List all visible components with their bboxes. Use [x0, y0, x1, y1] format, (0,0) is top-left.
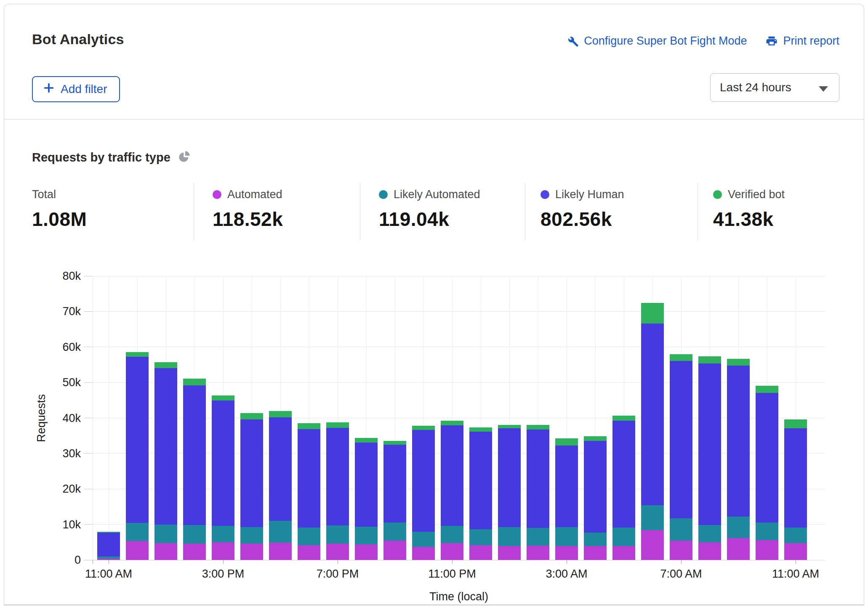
- bar-hour-14[interactable]: [498, 425, 521, 560]
- bar-hour-18[interactable]: [612, 416, 635, 560]
- x-tick-5: [681, 560, 682, 564]
- bar-segment-likely-automated: [240, 527, 263, 544]
- y-tick-label-20k: 20k: [51, 483, 81, 495]
- verified-bot-legend-dot: [713, 190, 722, 199]
- bar-segment-likely-human: [240, 419, 263, 527]
- x-tick-1: [223, 560, 224, 564]
- x-tick-3: [452, 560, 453, 564]
- bar-hour-4[interactable]: [212, 395, 234, 560]
- stat-likely-automated-value: 119.04k: [379, 208, 525, 231]
- bar-hour-0[interactable]: [97, 532, 120, 560]
- stats-row: Total 1.08M Automated 118.52k Likely Aut…: [32, 183, 839, 241]
- chevron-down-icon: [819, 86, 828, 92]
- bar-segment-likely-automated: [784, 528, 807, 543]
- bar-hour-9[interactable]: [355, 438, 378, 560]
- bar-segment-automated: [212, 542, 234, 560]
- bar-segment-automated: [183, 544, 206, 560]
- bar-segment-verified-bot: [183, 379, 206, 385]
- bar-segment-automated: [298, 545, 320, 560]
- bar-segment-automated: [756, 540, 778, 560]
- bar-segment-likely-automated: [97, 557, 120, 559]
- card-header: Bot Analytics Configure Super Bot Fight …: [4, 4, 864, 119]
- x-tick-label-3: 11:00 PM: [410, 568, 494, 581]
- section-title: Requests by traffic type: [32, 151, 170, 164]
- bar-hour-6[interactable]: [269, 411, 292, 560]
- stat-likely-human: Likely Human 802.56k: [525, 183, 698, 241]
- pie-chart-icon: [178, 151, 190, 164]
- bar-segment-likely-human: [441, 425, 463, 526]
- bar-hour-10[interactable]: [383, 441, 406, 560]
- bar-segment-likely-human: [756, 393, 778, 522]
- x-tick-4: [567, 560, 567, 564]
- bar-hour-1[interactable]: [126, 352, 149, 560]
- x-tick-label-1: 3:00 PM: [181, 568, 265, 581]
- bar-segment-likely-automated: [527, 528, 549, 546]
- stat-likely-automated: Likely Automated 119.04k: [360, 183, 525, 241]
- bar-hour-17[interactable]: [584, 436, 607, 560]
- time-range-value: Last 24 hours: [711, 81, 791, 94]
- time-range-select[interactable]: Last 24 hours: [710, 73, 839, 102]
- bar-segment-verified-bot: [469, 427, 492, 432]
- add-filter-button[interactable]: Add filter: [32, 76, 120, 102]
- bar-segment-automated: [469, 545, 492, 560]
- configure-link-label: Configure Super Bot Fight Mode: [584, 34, 747, 48]
- bar-segment-verified-bot: [298, 423, 320, 429]
- x-tick-label-2: 7:00 PM: [296, 568, 380, 581]
- bar-segment-likely-automated: [641, 505, 664, 530]
- bar-hour-11[interactable]: [412, 426, 435, 560]
- add-filter-label: Add filter: [61, 82, 107, 96]
- bar-hour-8[interactable]: [326, 422, 349, 560]
- gridline-70k: [93, 311, 825, 312]
- stat-likely-human-value: 802.56k: [541, 208, 698, 231]
- bar-segment-automated: [355, 544, 378, 560]
- y-tick-70k: [84, 311, 93, 312]
- y-tick-label-80k: 80k: [51, 271, 81, 282]
- bar-hour-12[interactable]: [441, 421, 463, 560]
- bar-segment-likely-human: [412, 430, 435, 532]
- bar-hour-24[interactable]: [784, 419, 807, 560]
- plus-icon: [43, 82, 55, 97]
- bar-segment-automated: [612, 546, 635, 560]
- bar-hour-23[interactable]: [756, 386, 778, 560]
- wrench-icon: [566, 35, 579, 48]
- bar-hour-15[interactable]: [527, 425, 549, 560]
- bar-segment-likely-automated: [469, 529, 492, 546]
- print-report-link[interactable]: Print report: [765, 34, 839, 48]
- bar-segment-verified-bot: [527, 425, 549, 429]
- bar-segment-likely-automated: [126, 523, 149, 541]
- bar-hour-22[interactable]: [727, 359, 750, 560]
- bar-hour-13[interactable]: [469, 427, 492, 560]
- bar-hour-16[interactable]: [555, 438, 578, 560]
- bar-segment-likely-human: [298, 429, 320, 528]
- bar-segment-verified-bot: [784, 419, 807, 428]
- bar-hour-19[interactable]: [641, 303, 664, 560]
- configure-super-bot-fight-mode-link[interactable]: Configure Super Bot Fight Mode: [566, 34, 747, 48]
- bar-segment-likely-automated: [584, 533, 607, 546]
- stat-likely-human-label: Likely Human: [555, 188, 624, 201]
- bar-hour-2[interactable]: [154, 362, 177, 560]
- bar-segment-automated: [727, 538, 750, 560]
- bar-segment-verified-bot: [212, 395, 234, 401]
- y-tick-30k: [84, 453, 93, 454]
- stat-total-value: 1.08M: [32, 208, 194, 231]
- bar-segment-likely-human: [555, 446, 578, 527]
- bar-hour-21[interactable]: [698, 356, 721, 560]
- bar-segment-automated: [555, 546, 578, 560]
- bar-hour-5[interactable]: [240, 413, 263, 560]
- bar-segment-likely-automated: [412, 532, 435, 546]
- bar-hour-7[interactable]: [298, 423, 320, 560]
- bar-segment-verified-bot: [441, 421, 463, 425]
- stat-verified-bot-value: 41.38k: [713, 208, 839, 231]
- bar-segment-likely-human: [498, 428, 521, 527]
- y-tick-0: [84, 560, 93, 560]
- bar-hour-3[interactable]: [183, 379, 206, 560]
- bar-segment-likely-human: [727, 366, 750, 517]
- requests-by-traffic-type-chart: Requests Time (local) 010k20k30k40k50k60…: [93, 276, 825, 560]
- bar-segment-likely-automated: [212, 526, 234, 542]
- y-tick-20k: [84, 489, 93, 489]
- bar-segment-likely-human: [527, 430, 549, 528]
- x-tick-label-4: 3:00 AM: [525, 568, 609, 581]
- gridline-60k: [93, 347, 825, 347]
- bar-segment-verified-bot: [670, 354, 692, 361]
- bar-hour-20[interactable]: [670, 354, 692, 560]
